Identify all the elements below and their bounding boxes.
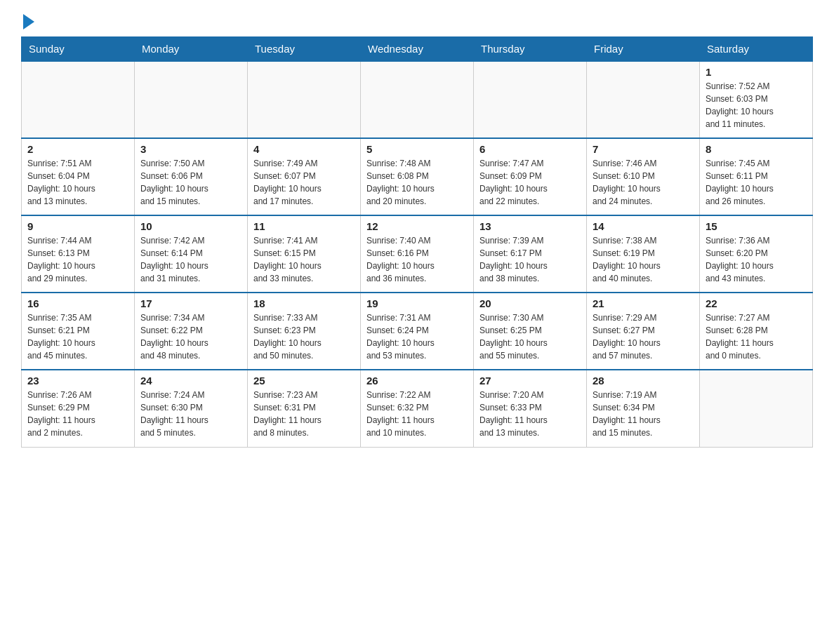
day-info: Sunrise: 7:45 AM Sunset: 6:11 PM Dayligh… <box>706 157 807 208</box>
day-number: 7 <box>593 143 694 155</box>
day-number: 5 <box>366 143 468 155</box>
day-info: Sunrise: 7:30 AM Sunset: 6:25 PM Dayligh… <box>479 311 581 362</box>
day-info: Sunrise: 7:36 AM Sunset: 6:20 PM Dayligh… <box>706 234 807 285</box>
calendar-day-cell: 18Sunrise: 7:33 AM Sunset: 6:23 PM Dayli… <box>248 293 361 370</box>
calendar-day-cell <box>248 61 361 138</box>
calendar-day-cell: 14Sunrise: 7:38 AM Sunset: 6:19 PM Dayli… <box>587 215 700 293</box>
day-number: 27 <box>479 375 581 387</box>
calendar-day-cell: 10Sunrise: 7:42 AM Sunset: 6:14 PM Dayli… <box>135 215 248 293</box>
calendar-day-cell: 1Sunrise: 7:52 AM Sunset: 6:03 PM Daylig… <box>700 61 813 138</box>
day-number: 2 <box>27 143 128 155</box>
calendar-day-cell: 8Sunrise: 7:45 AM Sunset: 6:11 PM Daylig… <box>700 138 813 215</box>
calendar-day-cell: 28Sunrise: 7:19 AM Sunset: 6:34 PM Dayli… <box>587 370 700 447</box>
calendar-week-row: 16Sunrise: 7:35 AM Sunset: 6:21 PM Dayli… <box>22 293 813 370</box>
calendar-day-cell <box>587 61 700 138</box>
day-info: Sunrise: 7:39 AM Sunset: 6:17 PM Dayligh… <box>479 234 581 285</box>
day-number: 13 <box>479 220 581 232</box>
day-header-friday: Friday <box>587 37 700 62</box>
day-info: Sunrise: 7:24 AM Sunset: 6:30 PM Dayligh… <box>140 389 241 439</box>
calendar-day-cell: 27Sunrise: 7:20 AM Sunset: 6:33 PM Dayli… <box>474 370 587 447</box>
day-number: 21 <box>593 297 694 309</box>
day-number: 26 <box>366 375 468 387</box>
calendar-week-row: 1Sunrise: 7:52 AM Sunset: 6:03 PM Daylig… <box>22 61 813 138</box>
day-info: Sunrise: 7:46 AM Sunset: 6:10 PM Dayligh… <box>593 157 694 208</box>
day-info: Sunrise: 7:48 AM Sunset: 6:08 PM Dayligh… <box>366 157 468 208</box>
calendar-day-cell: 22Sunrise: 7:27 AM Sunset: 6:28 PM Dayli… <box>700 293 813 370</box>
calendar-header-row: SundayMondayTuesdayWednesdayThursdayFrid… <box>22 37 813 62</box>
calendar-day-cell <box>22 61 135 138</box>
day-number: 14 <box>593 220 694 232</box>
calendar-day-cell: 25Sunrise: 7:23 AM Sunset: 6:31 PM Dayli… <box>248 370 361 447</box>
day-number: 3 <box>140 143 241 155</box>
day-info: Sunrise: 7:35 AM Sunset: 6:21 PM Dayligh… <box>27 311 128 362</box>
day-number: 9 <box>27 220 128 232</box>
calendar-week-row: 23Sunrise: 7:26 AM Sunset: 6:29 PM Dayli… <box>22 370 813 447</box>
calendar-day-cell <box>135 61 248 138</box>
calendar-day-cell: 6Sunrise: 7:47 AM Sunset: 6:09 PM Daylig… <box>474 138 587 215</box>
day-number: 1 <box>706 66 807 78</box>
day-info: Sunrise: 7:51 AM Sunset: 6:04 PM Dayligh… <box>27 157 128 208</box>
calendar-day-cell: 15Sunrise: 7:36 AM Sunset: 6:20 PM Dayli… <box>700 215 813 293</box>
day-number: 12 <box>366 220 468 232</box>
day-number: 11 <box>253 220 355 232</box>
day-info: Sunrise: 7:44 AM Sunset: 6:13 PM Dayligh… <box>27 234 128 285</box>
day-info: Sunrise: 7:20 AM Sunset: 6:33 PM Dayligh… <box>479 389 581 439</box>
calendar-week-row: 9Sunrise: 7:44 AM Sunset: 6:13 PM Daylig… <box>22 215 813 293</box>
day-number: 25 <box>253 375 355 387</box>
day-number: 16 <box>27 297 128 309</box>
day-info: Sunrise: 7:47 AM Sunset: 6:09 PM Dayligh… <box>479 157 581 208</box>
day-number: 15 <box>706 220 807 232</box>
day-header-thursday: Thursday <box>474 37 587 62</box>
day-number: 10 <box>140 220 241 232</box>
day-number: 19 <box>366 297 468 309</box>
day-info: Sunrise: 7:19 AM Sunset: 6:34 PM Dayligh… <box>593 389 694 439</box>
day-number: 4 <box>253 143 355 155</box>
day-info: Sunrise: 7:26 AM Sunset: 6:29 PM Dayligh… <box>27 389 128 439</box>
calendar-day-cell: 5Sunrise: 7:48 AM Sunset: 6:08 PM Daylig… <box>361 138 474 215</box>
calendar-day-cell: 3Sunrise: 7:50 AM Sunset: 6:06 PM Daylig… <box>135 138 248 215</box>
calendar-day-cell <box>700 370 813 447</box>
day-number: 20 <box>479 297 581 309</box>
day-info: Sunrise: 7:27 AM Sunset: 6:28 PM Dayligh… <box>706 311 807 362</box>
calendar-day-cell <box>474 61 587 138</box>
calendar-day-cell: 13Sunrise: 7:39 AM Sunset: 6:17 PM Dayli… <box>474 215 587 293</box>
day-info: Sunrise: 7:31 AM Sunset: 6:24 PM Dayligh… <box>366 311 468 362</box>
day-header-tuesday: Tuesday <box>248 37 361 62</box>
day-number: 18 <box>253 297 355 309</box>
day-info: Sunrise: 7:41 AM Sunset: 6:15 PM Dayligh… <box>253 234 355 285</box>
day-info: Sunrise: 7:50 AM Sunset: 6:06 PM Dayligh… <box>140 157 241 208</box>
page-header <box>21 14 813 29</box>
day-info: Sunrise: 7:42 AM Sunset: 6:14 PM Dayligh… <box>140 234 241 285</box>
day-number: 6 <box>479 143 581 155</box>
calendar-day-cell: 4Sunrise: 7:49 AM Sunset: 6:07 PM Daylig… <box>248 138 361 215</box>
calendar-day-cell: 7Sunrise: 7:46 AM Sunset: 6:10 PM Daylig… <box>587 138 700 215</box>
day-info: Sunrise: 7:23 AM Sunset: 6:31 PM Dayligh… <box>253 389 355 439</box>
calendar-day-cell: 2Sunrise: 7:51 AM Sunset: 6:04 PM Daylig… <box>22 138 135 215</box>
calendar-day-cell: 24Sunrise: 7:24 AM Sunset: 6:30 PM Dayli… <box>135 370 248 447</box>
day-header-saturday: Saturday <box>700 37 813 62</box>
calendar-day-cell: 19Sunrise: 7:31 AM Sunset: 6:24 PM Dayli… <box>361 293 474 370</box>
calendar-table: SundayMondayTuesdayWednesdayThursdayFrid… <box>21 36 813 448</box>
calendar-day-cell <box>361 61 474 138</box>
day-number: 28 <box>593 375 694 387</box>
day-info: Sunrise: 7:29 AM Sunset: 6:27 PM Dayligh… <box>593 311 694 362</box>
calendar-day-cell: 17Sunrise: 7:34 AM Sunset: 6:22 PM Dayli… <box>135 293 248 370</box>
calendar-day-cell: 20Sunrise: 7:30 AM Sunset: 6:25 PM Dayli… <box>474 293 587 370</box>
calendar-day-cell: 23Sunrise: 7:26 AM Sunset: 6:29 PM Dayli… <box>22 370 135 447</box>
day-header-sunday: Sunday <box>22 37 135 62</box>
calendar-day-cell: 26Sunrise: 7:22 AM Sunset: 6:32 PM Dayli… <box>361 370 474 447</box>
calendar-day-cell: 21Sunrise: 7:29 AM Sunset: 6:27 PM Dayli… <box>587 293 700 370</box>
day-info: Sunrise: 7:49 AM Sunset: 6:07 PM Dayligh… <box>253 157 355 208</box>
day-number: 8 <box>706 143 807 155</box>
day-number: 17 <box>140 297 241 309</box>
logo <box>21 14 34 29</box>
day-number: 23 <box>27 375 128 387</box>
calendar-day-cell: 12Sunrise: 7:40 AM Sunset: 6:16 PM Dayli… <box>361 215 474 293</box>
calendar-day-cell: 9Sunrise: 7:44 AM Sunset: 6:13 PM Daylig… <box>22 215 135 293</box>
day-header-wednesday: Wednesday <box>361 37 474 62</box>
day-info: Sunrise: 7:22 AM Sunset: 6:32 PM Dayligh… <box>366 389 468 439</box>
day-info: Sunrise: 7:33 AM Sunset: 6:23 PM Dayligh… <box>253 311 355 362</box>
day-info: Sunrise: 7:40 AM Sunset: 6:16 PM Dayligh… <box>366 234 468 285</box>
logo-triangle-icon <box>23 14 34 29</box>
day-info: Sunrise: 7:52 AM Sunset: 6:03 PM Dayligh… <box>706 80 807 130</box>
